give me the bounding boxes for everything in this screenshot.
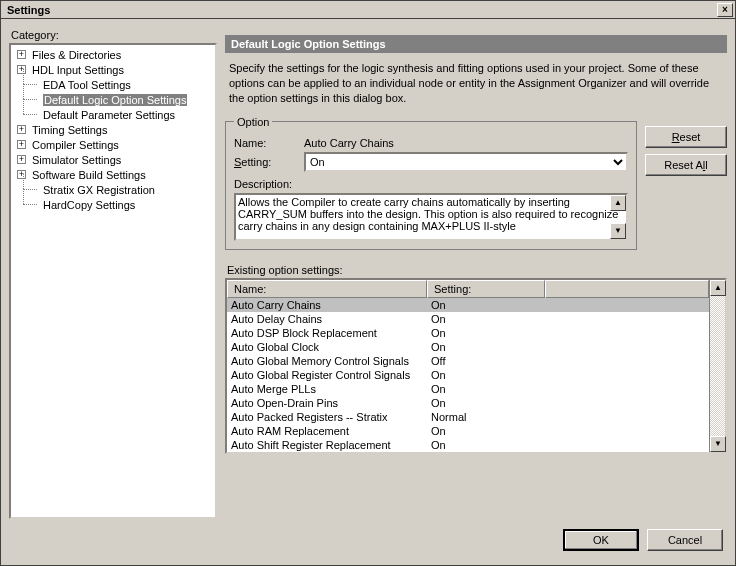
tree-item-label: Timing Settings [32,124,107,136]
category-tree[interactable]: +Files & Directories+HDL Input SettingsE… [9,43,217,519]
scroll-up-icon[interactable]: ▲ [710,280,726,296]
table-row[interactable]: Auto RAM ReplacementOn [227,424,709,438]
cancel-button[interactable]: Cancel [647,529,723,551]
tree-item-label: EDA Tool Settings [43,79,131,91]
table-row[interactable]: Auto Open-Drain PinsOn [227,396,709,410]
option-description-box: Allows the Compiler to create carry chai… [234,193,628,241]
cell-name: Auto Open-Drain Pins [227,397,427,409]
cell-name: Auto Global Register Control Signals [227,369,427,381]
option-setting-label: Setting: [234,156,304,168]
tree-item[interactable]: +Compiler Settings [13,137,213,152]
tree-item[interactable]: +Software Build Settings [13,167,213,182]
table-row[interactable]: Auto Global ClockOn [227,340,709,354]
tree-item-label: Simulator Settings [32,154,121,166]
scroll-down-icon[interactable]: ▼ [710,436,726,452]
option-legend: Option [234,116,272,128]
category-label: Category: [11,29,217,41]
expander-icon[interactable]: + [17,170,26,179]
tree-item[interactable]: EDA Tool Settings [13,77,213,92]
cell-name: Auto Global Clock [227,341,427,353]
tree-item-label: Compiler Settings [32,139,119,151]
option-description-label: Description: [234,178,292,190]
cell-setting: On [427,439,545,451]
cell-setting: On [427,397,545,409]
tree-item-label: HardCopy Settings [43,199,135,211]
title-bar: Settings × [1,1,735,19]
cell-name: Auto DSP Block Replacement [227,327,427,339]
option-name-value: Auto Carry Chains [304,137,394,149]
existing-label: Existing option settings: [227,264,727,276]
cell-setting: On [427,299,545,311]
expander-icon[interactable]: + [17,50,26,59]
option-group: Option Name: Auto Carry Chains Setting: … [225,116,637,250]
dialog-footer: OK Cancel [1,523,735,551]
table-row[interactable]: Auto Packed Registers -- StratixNormal [227,410,709,424]
option-name-label: Name: [234,137,304,149]
tree-item[interactable]: Stratix GX Registration [13,182,213,197]
cell-name: Auto Carry Chains [227,299,427,311]
desc-scroll-down[interactable]: ▼ [610,223,626,239]
close-button[interactable]: × [717,3,733,17]
window-title: Settings [5,4,717,16]
cell-setting: On [427,383,545,395]
cell-name: Auto Delay Chains [227,313,427,325]
tree-item-label: Default Logic Option Settings [43,94,187,106]
grid-header: Name: Setting: [227,280,709,298]
tree-item[interactable]: +HDL Input Settings [13,62,213,77]
table-row[interactable]: Auto Global Register Control SignalsOn [227,368,709,382]
tree-item-label: Software Build Settings [32,169,146,181]
cell-name: Auto Merge PLLs [227,383,427,395]
cell-setting: Normal [427,411,545,423]
tree-item-label: Default Parameter Settings [43,109,175,121]
col-header-setting[interactable]: Setting: [427,280,545,298]
panel-title: Default Logic Option Settings [225,35,727,53]
tree-item-label: Files & Directories [32,49,121,61]
cell-name: Auto RAM Replacement [227,425,427,437]
cell-setting: On [427,313,545,325]
reset-button[interactable]: Reset [645,126,727,148]
cell-setting: On [427,341,545,353]
cell-name: Auto Global Memory Control Signals [227,355,427,367]
expander-icon[interactable]: + [17,125,26,134]
col-header-spacer [545,280,709,298]
tree-item[interactable]: +Files & Directories [13,47,213,62]
cell-name: Auto Packed Registers -- Stratix [227,411,427,423]
existing-grid[interactable]: Name: Setting: Auto Carry ChainsOnAuto D… [225,278,727,454]
reset-all-button[interactable]: Reset All [645,154,727,176]
col-header-name[interactable]: Name: [227,280,427,298]
table-row[interactable]: Auto Merge PLLsOn [227,382,709,396]
cell-setting: Off [427,355,545,367]
tree-item-label: HDL Input Settings [32,64,124,76]
tree-item[interactable]: +Timing Settings [13,122,213,137]
tree-item[interactable]: Default Parameter Settings [13,107,213,122]
tree-item[interactable]: +Simulator Settings [13,152,213,167]
option-description-text: Allows the Compiler to create carry chai… [238,196,618,232]
cell-name: Auto Shift Register Replacement [227,439,427,451]
expander-icon[interactable]: + [17,140,26,149]
expander-icon[interactable]: + [17,65,26,74]
table-row[interactable]: Auto Global Memory Control SignalsOff [227,354,709,368]
cell-setting: On [427,327,545,339]
cell-setting: On [427,425,545,437]
option-setting-select[interactable]: On [304,152,628,172]
tree-item[interactable]: Default Logic Option Settings [13,92,213,107]
grid-scrollbar[interactable]: ▲ ▼ [709,280,725,452]
panel-description: Specify the settings for the logic synth… [229,61,723,106]
ok-button[interactable]: OK [563,529,639,551]
expander-icon[interactable]: + [17,155,26,164]
tree-item-label: Stratix GX Registration [43,184,155,196]
desc-scroll-up[interactable]: ▲ [610,195,626,211]
table-row[interactable]: Auto DSP Block ReplacementOn [227,326,709,340]
table-row[interactable]: Auto Shift Register ReplacementOn [227,438,709,452]
table-row[interactable]: Auto Delay ChainsOn [227,312,709,326]
cell-setting: On [427,369,545,381]
tree-item[interactable]: HardCopy Settings [13,197,213,212]
table-row[interactable]: Auto Carry ChainsOn [227,298,709,312]
